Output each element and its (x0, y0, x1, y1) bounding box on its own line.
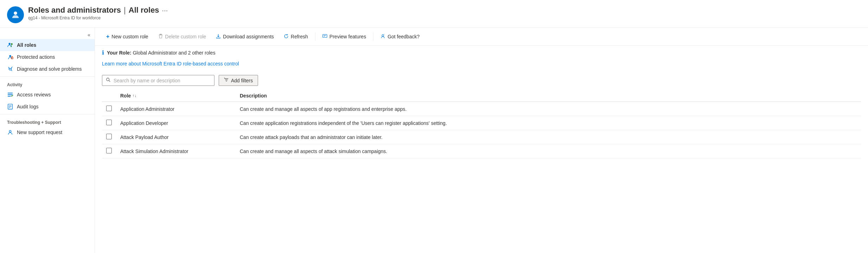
sidebar-item-new-support[interactable]: New support request (0, 126, 95, 138)
search-icon (106, 77, 111, 83)
row-role-name: Attack Simulation Administrator (116, 144, 236, 158)
preview-features-button[interactable]: Preview features (318, 32, 370, 42)
header-subtitle: qg14 - Microsoft Entra ID for workforce (28, 15, 861, 20)
trash-icon (158, 34, 163, 40)
protected-actions-icon (7, 54, 13, 60)
refresh-icon (284, 34, 289, 40)
sidebar-label-all-roles: All roles (17, 42, 36, 48)
info-text: Your Role: Global Administrator and 2 ot… (107, 50, 216, 56)
toolbar-separator-2 (373, 32, 373, 41)
svg-point-2 (11, 43, 13, 45)
sidebar-item-access-reviews[interactable]: Access reviews (0, 89, 95, 101)
delete-custom-role-label: Delete custom role (165, 34, 206, 39)
sort-icon: ↑↓ (132, 93, 136, 98)
table-row: Application Developer Can create applica… (102, 116, 861, 130)
activity-section-label: Activity (0, 78, 95, 89)
collapse-button[interactable]: « (0, 31, 95, 39)
row-checkbox[interactable] (106, 106, 112, 111)
svg-point-13 (9, 131, 11, 132)
row-description: Can create and manage all aspects of att… (236, 144, 861, 158)
row-role-name: Application Administrator (116, 102, 236, 116)
header-avatar (7, 6, 24, 23)
preview-icon (322, 34, 327, 40)
header-text: Roles and administrators | All roles ···… (28, 6, 861, 20)
header-title-row: Roles and administrators | All roles ··· (28, 6, 861, 15)
table-row: Application Administrator Can create and… (102, 102, 861, 116)
svg-point-1 (9, 43, 11, 45)
add-filters-button[interactable]: Add filters (219, 75, 258, 86)
audit-logs-icon (7, 103, 13, 110)
main-layout: « All roles Pr (0, 28, 868, 253)
content-area: + New custom role Delete custom role (95, 28, 868, 253)
col-role-label: Role (120, 93, 131, 99)
info-icon: ℹ (102, 49, 104, 56)
support-icon (7, 129, 13, 135)
add-filters-label: Add filters (231, 78, 253, 83)
row-description: Can create and manage all aspects of app… (236, 102, 861, 116)
sidebar: « All roles Pr (0, 28, 95, 253)
svg-point-3 (9, 55, 11, 57)
download-icon (216, 34, 221, 40)
sidebar-label-new-support: New support request (17, 129, 62, 135)
col-header-role: Role ↑↓ (116, 90, 236, 102)
role-sort-button[interactable]: Role ↑↓ (120, 93, 136, 99)
more-options-icon[interactable]: ··· (162, 6, 168, 14)
page-title-sub: All roles (129, 6, 159, 15)
sidebar-item-all-roles[interactable]: All roles (0, 39, 95, 51)
sidebar-item-diagnose[interactable]: Diagnose and solve problems (0, 63, 95, 75)
svg-rect-15 (159, 34, 162, 35)
sidebar-label-protected-actions: Protected actions (17, 54, 55, 60)
learn-more-link[interactable]: Learn more about Microsoft Entra ID role… (95, 59, 868, 71)
title-separator: | (124, 6, 126, 15)
row-checkbox-cell[interactable] (102, 144, 116, 158)
got-feedback-label: Got feedback? (387, 34, 419, 39)
svg-line-21 (109, 81, 110, 82)
access-reviews-icon (7, 91, 13, 98)
sidebar-label-access-reviews: Access reviews (17, 92, 51, 97)
svg-point-0 (14, 12, 17, 15)
row-checkbox-cell[interactable] (102, 116, 116, 130)
row-checkbox-cell[interactable] (102, 130, 116, 144)
new-custom-role-label: New custom role (111, 34, 148, 39)
svg-line-25 (224, 78, 225, 78)
toolbar: + New custom role Delete custom role (95, 28, 868, 46)
support-section-label: Troubleshooting + Support (0, 116, 95, 126)
info-bar: ℹ Your Role: Global Administrator and 2 … (95, 46, 868, 59)
sidebar-item-protected-actions[interactable]: Protected actions (0, 51, 95, 63)
page-title-main: Roles and administrators (28, 6, 121, 15)
row-checkbox[interactable] (106, 120, 112, 125)
row-checkbox-cell[interactable] (102, 102, 116, 116)
row-role-name: Attack Payload Author (116, 130, 236, 144)
svg-rect-16 (323, 34, 327, 37)
diagnose-icon (7, 66, 13, 72)
got-feedback-button[interactable]: Got feedback? (376, 32, 424, 42)
new-custom-role-button[interactable]: + New custom role (102, 31, 153, 42)
refresh-button[interactable]: Refresh (279, 32, 312, 42)
table-row: Attack Payload Author Can create attack … (102, 130, 861, 144)
row-description: Can create application registrations ind… (236, 116, 861, 130)
sidebar-item-audit-logs[interactable]: Audit logs (0, 101, 95, 113)
svg-rect-6 (8, 93, 13, 94)
row-checkbox[interactable] (106, 148, 112, 153)
table-body: Application Administrator Can create and… (102, 102, 861, 158)
toolbar-separator-1 (315, 32, 315, 41)
col-header-description: Description (236, 90, 861, 102)
download-assignments-button[interactable]: Download assignments (212, 32, 278, 42)
svg-rect-14 (160, 34, 161, 34)
sidebar-label-audit-logs: Audit logs (17, 104, 38, 109)
all-roles-icon (7, 42, 13, 48)
search-input[interactable] (114, 78, 211, 83)
row-checkbox[interactable] (106, 134, 112, 139)
search-input-wrap[interactable] (102, 75, 214, 86)
svg-line-5 (11, 67, 13, 68)
col-header-checkbox (102, 90, 116, 102)
collapse-icon: « (88, 32, 90, 38)
page-header: Roles and administrators | All roles ···… (0, 0, 868, 28)
sidebar-label-diagnose: Diagnose and solve problems (17, 66, 82, 72)
svg-point-19 (382, 34, 384, 36)
delete-custom-role-button[interactable]: Delete custom role (154, 32, 211, 42)
table-row: Attack Simulation Administrator Can crea… (102, 144, 861, 158)
svg-rect-8 (8, 96, 11, 97)
preview-features-label: Preview features (329, 34, 366, 39)
roles-table-wrap: Role ↑↓ Description Application Administ… (95, 90, 868, 158)
